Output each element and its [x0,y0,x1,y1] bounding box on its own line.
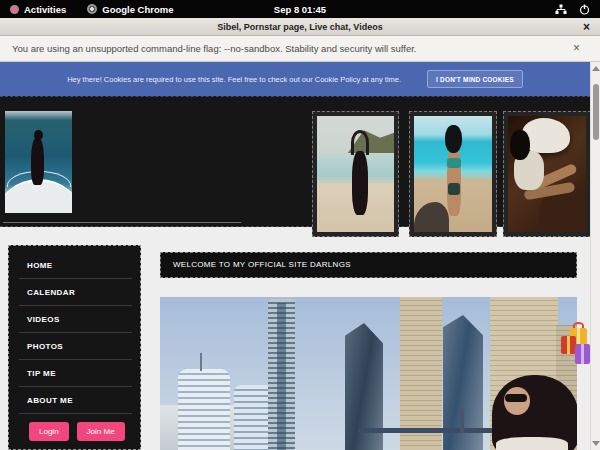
window-titlebar: Sibel, Pornstar page, Live chat, Videos … [0,18,600,36]
sidebar-item-label: TIP ME [27,369,56,378]
scrollbar-thumb[interactable] [593,84,599,140]
sidebar-item-label: CALENDAR [27,288,75,297]
sidebar-item-calendar[interactable]: CALENDAR [19,279,132,306]
photo-header-band [0,96,590,227]
divider [3,222,241,223]
sidebar-item-about-me[interactable]: ABOUT ME [19,387,132,414]
cookie-banner: Hey there! Cookies are required to use t… [0,62,590,96]
bikini-bottom-shape [448,183,460,195]
system-top-bar: Activities Google Chrome Sep 8 01:45 [0,0,600,18]
infobar-close-icon[interactable]: × [573,40,580,56]
sidebar-item-home[interactable]: HOME [19,252,132,279]
app-menu-button[interactable]: Google Chrome [102,4,173,15]
antenna-shape [200,353,202,371]
rocks-shape [414,202,449,232]
sidebar-item-videos[interactable]: VIDEOS [19,306,132,333]
sidebar-item-photos[interactable]: PHOTOS [19,333,132,360]
flag-warning-bar: You are using an unsupported command-lin… [0,36,600,62]
building-shape [178,369,230,450]
sidebar-buttons: Login Join Me [29,422,125,441]
login-button[interactable]: Login [29,422,69,441]
sidebar-item-label: PHOTOS [27,342,63,351]
woman-shoulder-shape [496,437,568,450]
gift-box-shape [575,344,590,364]
figure-shape [447,146,461,216]
welcome-banner: WELCOME TO MY OFFICIAL SITE DARLNGS [160,252,577,278]
screen: Activities Google Chrome Sep 8 01:45 [0,0,600,450]
accept-cookies-button[interactable]: I DON'T MIND COOKIES [427,70,523,88]
figure-silhouette [352,151,367,215]
activities-button[interactable]: Activities [24,4,66,15]
gallery-photo-card-2[interactable] [409,111,497,237]
page-scrollbar[interactable] [590,62,600,450]
couch-photo [508,116,586,232]
gallery-photo-card-1[interactable] [312,111,399,237]
sidebar-item-label: ABOUT ME [27,396,73,405]
sidebar-item-label: HOME [27,261,53,270]
building-shape [234,385,272,450]
sidebar-nav: HOME CALENDAR VIDEOS PHOTOS TIP ME ABOUT… [8,245,141,450]
bikini-top-shape [447,158,461,168]
distro-logo-icon [10,5,19,14]
system-bar-left: Activities Google Chrome [0,4,174,15]
sidebar-item-tip-me[interactable]: TIP ME [19,360,132,387]
window-title: Sibel, Pornstar page, Live chat, Videos [217,22,382,32]
tower-core-shape [277,303,286,450]
system-bar-right [555,4,600,15]
hair-shape [510,130,530,160]
gallery-photo-card-3[interactable] [503,111,591,237]
flag-warning-text: You are using an unsupported command-lin… [0,43,417,54]
network-icon[interactable] [555,4,567,15]
figure-silhouette [31,137,44,185]
sunglasses-shape [505,394,527,402]
sidebar-item-label: VIDEOS [27,315,60,324]
figure-head-shape [34,130,43,140]
chrome-logo-icon [87,4,97,14]
power-icon[interactable] [579,4,590,15]
balcony-post-shape [460,409,464,433]
profile-photo [5,111,72,213]
gift-box-shape [561,336,576,354]
web-page: Hey there! Cookies are required to use t… [0,62,600,450]
hero-photo [160,297,577,450]
scroll-up-arrow-icon[interactable] [592,66,600,71]
beach-photo [317,116,394,232]
scroll-down-arrow-icon[interactable] [592,441,600,446]
sea-photo [414,116,492,232]
window-close-icon[interactable]: × [583,19,590,35]
hair-shape [445,125,462,153]
join-button[interactable]: Join Me [77,422,125,441]
cookie-message: Hey there! Cookies are required to use t… [67,75,401,84]
